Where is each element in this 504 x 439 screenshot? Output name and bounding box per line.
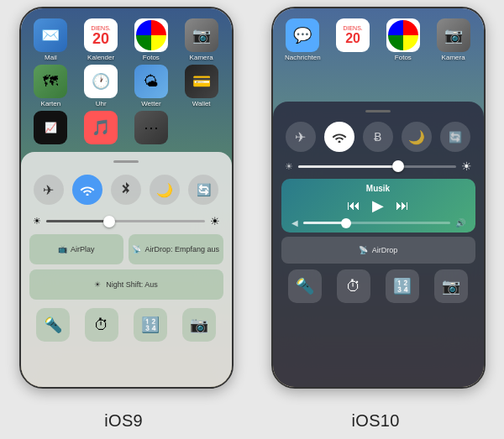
- fotos-icon: [134, 18, 168, 52]
- ios10-camera-quick-button[interactable]: 📷: [434, 269, 468, 303]
- wallet-label: Wallet: [192, 100, 211, 107]
- airdrop-button[interactable]: 📡 AirDrop: Empfang aus: [129, 234, 223, 264]
- ios10-do-not-disturb-button[interactable]: 🌙: [402, 122, 432, 152]
- clock-quick-button[interactable]: ⏱: [85, 308, 118, 342]
- brightness-thumb: [103, 216, 115, 227]
- app-kalender[interactable]: Diens. 20 Kalender: [77, 18, 124, 61]
- brightness-high-icon: ☀: [210, 215, 220, 227]
- ios10-volume-high-icon: 🔊: [455, 218, 465, 227]
- ios10-calculator-button[interactable]: 🔢: [386, 269, 419, 303]
- ios9-panel: ✉️ Mail Diens. 20 Kalender: [0, 0, 252, 403]
- ios10-app-cal[interactable]: Diens. 20: [329, 18, 376, 61]
- ios10-rotation-lock-button[interactable]: 🔄: [440, 122, 470, 152]
- airdrop-label: AirDrop: Empfang aus: [144, 245, 219, 253]
- nightshift-icon: ☀: [94, 280, 101, 289]
- airplay-label: AirPlay: [71, 245, 95, 253]
- ios10-brightness-slider[interactable]: [298, 165, 456, 168]
- airplay-button[interactable]: 📺 AirPlay: [29, 234, 124, 264]
- weather-icon: 🌤: [134, 65, 168, 98]
- ios9-control-center: ✈ 🌙: [21, 152, 232, 387]
- ios10-airdrop-icon: 📡: [359, 246, 368, 254]
- nachrichten-label: Nachrichten: [285, 54, 321, 61]
- airdrop-icon: 📡: [132, 245, 141, 253]
- ios10-fotos-icon: [386, 18, 420, 52]
- cc10-handle: [365, 110, 391, 112]
- mail-label: Mail: [45, 54, 57, 61]
- ios9-actions-row: 📺 AirPlay 📡 AirDrop: Empfang aus: [29, 234, 223, 264]
- ios9-app-grid: ✉️ Mail Diens. 20 Kalender: [21, 8, 232, 149]
- ios10-bluetooth-button[interactable]: Ƀ: [363, 122, 393, 152]
- brightness-low-icon: ☀: [33, 216, 41, 227]
- wallet-icon: 💳: [185, 65, 218, 98]
- kalender-label: Kalender: [87, 54, 114, 61]
- cc-handle: [113, 160, 139, 163]
- ios10-flashlight-button[interactable]: 🔦: [288, 269, 322, 303]
- mail-icon: ✉️: [34, 18, 67, 52]
- airplane-mode-button[interactable]: ✈: [34, 175, 64, 205]
- ios10-label: iOS10: [352, 411, 400, 431]
- app-aktien[interactable]: 📈: [28, 111, 75, 146]
- ios10-clock-quick-button[interactable]: ⏱: [337, 269, 370, 303]
- camera-icon: 📷: [185, 18, 218, 52]
- ios10-app-fotos[interactable]: Fotos: [380, 18, 427, 61]
- wifi-button[interactable]: [72, 175, 102, 205]
- camera-quick-button[interactable]: 📷: [182, 308, 216, 342]
- app-more[interactable]: ⋯: [128, 111, 175, 146]
- ios10-brightness-low-icon: ☀: [285, 161, 293, 172]
- ios10-fotos-label: Fotos: [395, 54, 412, 61]
- ios10-kamera-label: Kamera: [442, 54, 465, 61]
- ios10-airdrop-button[interactable]: 📡 AirDrop: [281, 237, 475, 264]
- ios9-brightness-row: ☀ ☀: [29, 213, 223, 229]
- ios10-volume-slider[interactable]: [303, 222, 450, 224]
- brightness-slider[interactable]: [46, 220, 205, 222]
- comparison-container: ✉️ Mail Diens. 20 Kalender: [0, 0, 504, 403]
- bluetooth-button[interactable]: [111, 175, 141, 205]
- fotos-label: Fotos: [143, 54, 160, 61]
- app-fotos[interactable]: Fotos: [128, 18, 175, 61]
- calculator-button[interactable]: 🔢: [134, 308, 167, 342]
- brightness-fill: [46, 220, 110, 222]
- ios10-wifi-button[interactable]: [324, 122, 354, 152]
- ios10-control-center: ✈ Ƀ 🌙 🔄 ☀: [273, 102, 484, 387]
- ios10-app-nachrichten[interactable]: 💬 Nachrichten: [280, 18, 327, 61]
- ios10-background: 💬 Nachrichten Diens. 20: [273, 8, 484, 387]
- app-uhr[interactable]: 🕐 Uhr: [77, 65, 124, 107]
- ios10-prev-button[interactable]: ⏮: [347, 198, 360, 213]
- ios9-nightshift-row[interactable]: ☀ Night Shift: Aus: [29, 269, 223, 300]
- aktien-icon: 📈: [34, 111, 67, 144]
- ios9-connectivity-row: ✈ 🌙: [29, 171, 223, 208]
- ios10-play-button[interactable]: ▶: [372, 196, 384, 215]
- labels-row: iOS9 iOS10: [0, 403, 504, 439]
- nightshift-label: Night Shift: Aus: [106, 280, 158, 289]
- ios9-background: ✉️ Mail Diens. 20 Kalender: [21, 8, 232, 387]
- app-wallet[interactable]: 💳 Wallet: [178, 65, 225, 107]
- rotation-lock-button[interactable]: 🔄: [188, 175, 218, 205]
- kamera-label: Kamera: [190, 54, 213, 61]
- more-icon: ⋯: [134, 111, 168, 144]
- app-musik[interactable]: 🎵: [77, 111, 124, 146]
- ios9-quick-apps-row: 🔦 ⏱ 🔢 📷: [29, 305, 223, 342]
- ios10-panel: 💬 Nachrichten Diens. 20: [252, 0, 504, 403]
- app-karten[interactable]: 🗺 Karten: [28, 65, 75, 107]
- ios10-cal-icon: Diens. 20: [336, 18, 370, 52]
- ios10-volume-row: ◀ 🔊: [290, 218, 467, 227]
- flashlight-button[interactable]: 🔦: [36, 308, 70, 342]
- ios10-brightness-thumb: [392, 160, 404, 172]
- musik-icon: 🎵: [84, 111, 118, 144]
- app-mail[interactable]: ✉️ Mail: [28, 18, 75, 61]
- ios10-connectivity-row: ✈ Ƀ 🌙 🔄: [281, 120, 475, 154]
- app-kamera[interactable]: 📷 Kamera: [178, 18, 225, 61]
- ios10-screen: 💬 Nachrichten Diens. 20: [271, 7, 486, 389]
- ios10-quick-apps-row: 🔦 ⏱ 🔢 📷: [281, 268, 475, 303]
- do-not-disturb-button[interactable]: 🌙: [150, 175, 180, 205]
- ios10-brightness-row: ☀ ☀: [281, 158, 475, 175]
- wetter-label: Wetter: [141, 100, 160, 107]
- ios10-app-kamera[interactable]: 📷 Kamera: [430, 18, 477, 61]
- maps-icon: 🗺: [34, 65, 67, 98]
- ios10-next-button[interactable]: ⏭: [396, 198, 409, 213]
- ios10-volume-low-icon: ◀: [291, 218, 298, 227]
- uhr-label: Uhr: [96, 100, 107, 107]
- ios10-volume-thumb: [341, 218, 351, 228]
- ios10-airplane-button[interactable]: ✈: [286, 122, 316, 152]
- app-wetter[interactable]: 🌤 Wetter: [128, 65, 175, 107]
